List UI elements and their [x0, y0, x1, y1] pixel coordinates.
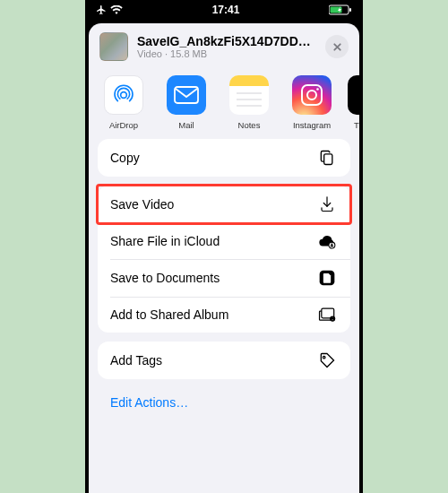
action-label: Copy	[110, 151, 140, 165]
status-bar: 17:41	[85, 0, 363, 20]
action-label: Save Video	[110, 197, 174, 212]
svg-rect-11	[324, 154, 332, 165]
action-label: Save to Documents	[110, 271, 220, 285]
actions-list: Copy Save Video Share File in iCloud	[89, 139, 359, 422]
instagram-icon	[292, 75, 332, 115]
file-title: SaveIG_An8kzFi5X14D7DDhXM...	[137, 34, 316, 48]
svg-point-10	[316, 88, 319, 91]
file-meta: Video · 15.8 MB	[137, 48, 316, 59]
svg-point-18	[323, 356, 325, 359]
action-add-tags[interactable]: Add Tags	[98, 342, 350, 379]
battery-icon	[329, 4, 352, 15]
status-time: 17:41	[212, 4, 240, 16]
app-notes[interactable]: Notes	[218, 75, 280, 130]
app-label: Notes	[238, 120, 261, 130]
app-label: Mail	[178, 120, 194, 130]
close-button[interactable]	[325, 35, 349, 58]
app-airdrop[interactable]: AirDrop	[92, 75, 155, 130]
blackapp-icon	[348, 75, 359, 115]
file-thumbnail	[99, 32, 128, 61]
download-icon	[316, 195, 338, 213]
tag-icon	[316, 351, 338, 369]
wifi-icon	[110, 5, 123, 14]
app-label: AirDrop	[109, 120, 138, 130]
app-instagram[interactable]: Instagram	[280, 75, 343, 130]
svg-point-13	[331, 243, 332, 245]
app-more[interactable]: T	[343, 75, 359, 130]
actions-group-main: Save Video Share File in iCloud Save to …	[98, 186, 350, 333]
action-share-icloud[interactable]: Share File in iCloud	[98, 223, 350, 259]
action-label: Share File in iCloud	[110, 234, 220, 248]
actions-group-copy: Copy	[98, 139, 350, 177]
app-mail[interactable]: Mail	[155, 75, 218, 130]
svg-point-3	[121, 92, 127, 99]
notes-icon	[229, 75, 269, 115]
airplane-mode-icon	[96, 4, 107, 15]
apps-row: AirDrop Mail Notes Instagram	[89, 70, 359, 139]
action-add-shared-album[interactable]: Add to Shared Album	[98, 297, 350, 333]
app-label: Instagram	[293, 120, 331, 130]
mail-icon	[167, 75, 206, 115]
icloud-share-icon	[316, 233, 338, 249]
app-label: T	[354, 120, 359, 130]
svg-point-9	[307, 91, 316, 99]
copy-icon	[316, 149, 338, 167]
close-icon	[332, 42, 342, 52]
action-save-documents[interactable]: Save to Documents	[98, 259, 350, 297]
shared-album-icon	[316, 307, 338, 323]
phone-frame: 17:41 SaveIG_An8kzFi5X14D7DDhXM... Video…	[85, 0, 363, 493]
airdrop-icon	[104, 75, 143, 115]
edit-actions-link[interactable]: Edit Actions…	[98, 388, 350, 422]
action-label: Add to Shared Album	[110, 307, 228, 322]
sheet-header: SaveIG_An8kzFi5X14D7DDhXM... Video · 15.…	[89, 23, 359, 70]
action-copy[interactable]: Copy	[98, 139, 350, 177]
documents-icon	[316, 269, 338, 287]
actions-group-tags: Add Tags	[98, 342, 350, 379]
svg-rect-4	[175, 87, 198, 103]
action-save-video[interactable]: Save Video	[98, 186, 350, 223]
svg-rect-1	[349, 8, 351, 12]
file-info: SaveIG_An8kzFi5X14D7DDhXM... Video · 15.…	[137, 34, 316, 59]
action-label: Add Tags	[110, 353, 162, 368]
svg-rect-8	[302, 85, 322, 105]
share-sheet: SaveIG_An8kzFi5X14D7DDhXM... Video · 15.…	[89, 23, 359, 493]
